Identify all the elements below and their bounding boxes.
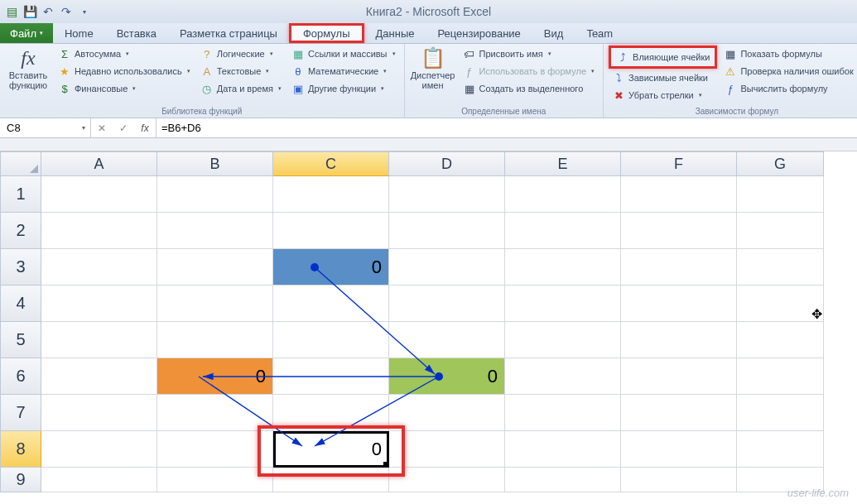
cell-F8[interactable] bbox=[621, 431, 737, 468]
cell-E5[interactable] bbox=[505, 322, 621, 358]
show-formulas-button[interactable]: ▦Показать формулы bbox=[720, 46, 857, 62]
tab-insert[interactable]: Вставка bbox=[105, 23, 168, 43]
name-manager-button[interactable]: 📋 Диспетчер имен bbox=[410, 46, 456, 93]
cell-D6[interactable]: 0 bbox=[389, 358, 505, 395]
row-header-5[interactable]: 5 bbox=[0, 322, 41, 358]
cell-D3[interactable] bbox=[389, 249, 505, 286]
evaluate-formula-button[interactable]: ƒВычислить формулу bbox=[720, 80, 857, 97]
cell-A2[interactable] bbox=[41, 213, 157, 249]
row-header-7[interactable]: 7 bbox=[0, 395, 41, 431]
cell-C1[interactable] bbox=[273, 176, 389, 213]
formula-input[interactable]: =B6+D6 bbox=[156, 118, 857, 137]
cell-E3[interactable] bbox=[505, 249, 621, 286]
cell-A5[interactable] bbox=[41, 322, 157, 358]
cancel-icon[interactable]: ✕ bbox=[91, 118, 113, 137]
tab-team[interactable]: Team bbox=[575, 23, 624, 43]
cell-F6[interactable] bbox=[621, 358, 737, 395]
cell-B1[interactable] bbox=[157, 176, 273, 213]
cell-E9[interactable] bbox=[505, 468, 621, 492]
col-header-D[interactable]: D bbox=[389, 151, 505, 176]
cell-A8[interactable] bbox=[41, 431, 157, 468]
cell-G6[interactable] bbox=[737, 358, 824, 395]
cell-C8[interactable]: 0 bbox=[273, 431, 389, 468]
tab-page-layout[interactable]: Разметка страницы bbox=[168, 23, 289, 43]
row-header-2[interactable]: 2 bbox=[0, 213, 41, 249]
cell-C4[interactable] bbox=[273, 286, 389, 322]
cell-G1[interactable] bbox=[737, 176, 824, 213]
row-header-1[interactable]: 1 bbox=[0, 176, 41, 213]
col-header-F[interactable]: F bbox=[621, 151, 737, 176]
col-header-G[interactable]: G bbox=[737, 151, 824, 176]
col-header-A[interactable]: A bbox=[41, 151, 157, 176]
cell-A6[interactable] bbox=[41, 358, 157, 395]
undo-icon[interactable]: ↶ bbox=[40, 3, 56, 20]
cell-E2[interactable] bbox=[505, 213, 621, 249]
col-header-C[interactable]: C bbox=[273, 151, 389, 176]
name-box[interactable]: C8 bbox=[0, 118, 91, 137]
create-from-selection-button[interactable]: ▦Создать из выделенного bbox=[460, 80, 599, 97]
save-icon[interactable]: 💾 bbox=[22, 3, 38, 20]
cell-C2[interactable] bbox=[273, 213, 389, 249]
use-in-formula-button[interactable]: ƒИспользовать в формуле▾ bbox=[460, 63, 599, 79]
tab-view[interactable]: Вид bbox=[532, 23, 575, 43]
cell-E8[interactable] bbox=[505, 431, 621, 468]
select-all-corner[interactable] bbox=[0, 151, 41, 176]
cell-A1[interactable] bbox=[41, 176, 157, 213]
recent-button[interactable]: ★Недавно использовались▾ bbox=[55, 63, 194, 79]
redo-icon[interactable]: ↷ bbox=[58, 3, 75, 20]
cell-E1[interactable] bbox=[505, 176, 621, 213]
cell-B5[interactable] bbox=[157, 322, 273, 358]
error-checking-button[interactable]: ⚠Проверка наличия ошибок▾ bbox=[720, 63, 857, 79]
logical-button[interactable]: ?Логические▾ bbox=[197, 46, 285, 62]
qat-dropdown-icon[interactable]: ▾ bbox=[76, 3, 93, 20]
tab-home[interactable]: Home bbox=[53, 23, 105, 43]
cell-B6[interactable]: 0 bbox=[157, 358, 273, 395]
file-tab[interactable]: Файл▾ bbox=[0, 23, 53, 43]
cell-A3[interactable] bbox=[41, 249, 157, 286]
row-header-6[interactable]: 6 bbox=[0, 358, 41, 395]
row-header-9[interactable]: 9 bbox=[0, 468, 41, 492]
cell-F4[interactable] bbox=[621, 286, 737, 322]
col-header-E[interactable]: E bbox=[505, 151, 621, 176]
tab-review[interactable]: Рецензирование bbox=[426, 23, 532, 43]
cell-D5[interactable] bbox=[389, 322, 505, 358]
cell-F1[interactable] bbox=[621, 176, 737, 213]
spreadsheet-grid[interactable]: A B C D E F G 1 2 30 4 5 600 7 80 9 bbox=[0, 151, 857, 492]
trace-dependents-button[interactable]: ⤵Зависимые ячейки bbox=[609, 70, 717, 86]
cell-G7[interactable] bbox=[737, 395, 824, 431]
cell-B3[interactable] bbox=[157, 249, 273, 286]
row-header-3[interactable]: 3 bbox=[0, 249, 41, 286]
cell-C6[interactable] bbox=[273, 358, 389, 395]
cell-B8[interactable] bbox=[157, 431, 273, 468]
tab-formulas[interactable]: Формулы bbox=[289, 23, 364, 43]
math-button[interactable]: θМатематические▾ bbox=[288, 63, 399, 79]
col-header-B[interactable]: B bbox=[157, 151, 273, 176]
lookup-button[interactable]: ▦Ссылки и массивы▾ bbox=[288, 46, 399, 62]
cell-B7[interactable] bbox=[157, 395, 273, 431]
cell-E6[interactable] bbox=[505, 358, 621, 395]
remove-arrows-button[interactable]: ✖Убрать стрелки▾ bbox=[609, 87, 717, 103]
autosum-button[interactable]: ΣАвтосумма▾ bbox=[55, 46, 194, 62]
cell-D8[interactable] bbox=[389, 431, 505, 468]
cell-F5[interactable] bbox=[621, 322, 737, 358]
row-header-8[interactable]: 8 bbox=[0, 431, 41, 468]
cell-B2[interactable] bbox=[157, 213, 273, 249]
datetime-button[interactable]: ◷Дата и время▾ bbox=[197, 80, 285, 97]
cell-C5[interactable] bbox=[273, 322, 389, 358]
cell-F3[interactable] bbox=[621, 249, 737, 286]
financial-button[interactable]: $Финансовые▾ bbox=[55, 80, 194, 97]
cell-D9[interactable] bbox=[389, 468, 505, 492]
cell-B9[interactable] bbox=[157, 468, 273, 492]
fx-button-icon[interactable]: fx bbox=[134, 118, 156, 137]
insert-function-button[interactable]: fx Вставить функцию bbox=[5, 46, 51, 93]
cell-G3[interactable] bbox=[737, 249, 824, 286]
cell-D7[interactable] bbox=[389, 395, 505, 431]
cell-C9[interactable] bbox=[273, 468, 389, 492]
cell-A9[interactable] bbox=[41, 468, 157, 492]
trace-precedents-button[interactable]: ⤴Влияющие ячейки bbox=[609, 46, 717, 69]
cell-F9[interactable] bbox=[621, 468, 737, 492]
cell-C3[interactable]: 0 bbox=[273, 249, 389, 286]
enter-icon[interactable]: ✓ bbox=[113, 118, 134, 137]
cell-F2[interactable] bbox=[621, 213, 737, 249]
cell-D1[interactable] bbox=[389, 176, 505, 213]
